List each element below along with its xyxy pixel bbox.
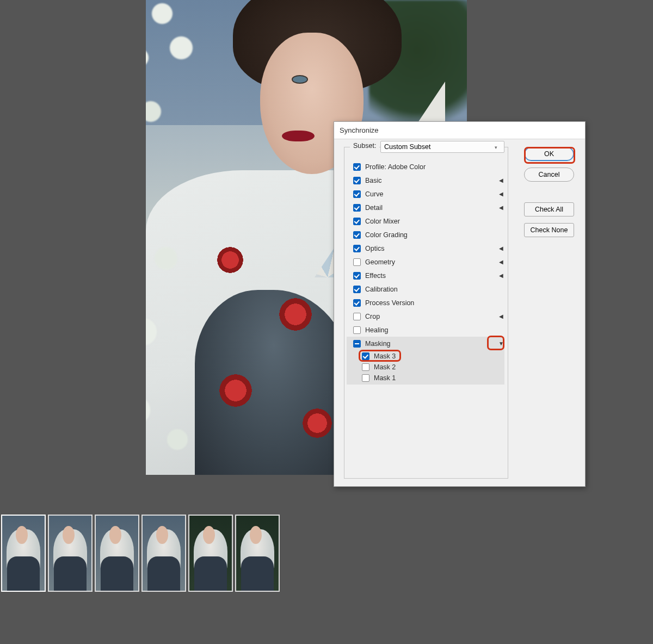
mask-option-mask 3[interactable]: Mask 3 [347,351,504,362]
check-all-button[interactable]: Check All [524,202,574,216]
checkbox-icon[interactable] [353,204,361,212]
sync-option-detail[interactable]: Detail◀ [350,201,504,214]
mask-label: Mask 1 [374,374,504,382]
checkbox-icon[interactable] [353,258,361,266]
dialog-title: Synchronize [334,122,585,139]
masking-children: Mask 3Mask 2Mask 1 [347,350,504,385]
sync-option-color-mixer[interactable]: Color Mixer [350,214,504,228]
sync-option-calibration[interactable]: Calibration [350,282,504,296]
subset-select[interactable]: Custom Subset [380,141,504,153]
checkbox-icon[interactable] [353,218,361,225]
sync-option-color-grading[interactable]: Color Grading [350,228,504,242]
sync-option-masking[interactable]: Masking▼ [350,337,504,350]
mask-option-mask 2[interactable]: Mask 2 [347,362,504,373]
option-label: Geometry [365,258,498,266]
checkbox-icon[interactable] [353,245,361,252]
expand-left-icon[interactable]: ◀ [498,177,504,183]
checkbox-icon[interactable] [353,272,361,280]
checkbox-icon[interactable] [353,340,361,348]
option-label: Detail [365,204,498,212]
filmstrip [0,513,653,595]
check-none-button[interactable]: Check None [524,223,574,237]
checkbox-icon[interactable] [353,231,361,239]
checkbox-icon[interactable] [362,363,369,371]
expand-left-icon[interactable]: ◀ [498,245,504,251]
checkbox-icon[interactable] [353,177,361,184]
sync-option-optics[interactable]: Optics◀ [350,242,504,255]
checkbox-icon[interactable] [353,326,361,334]
option-label: Calibration [365,286,504,293]
synchronize-dialog: Synchronize Subset: Custom Subset ▾ Prof… [334,121,586,487]
checkbox-icon[interactable] [362,374,369,382]
thumbnail-6[interactable] [235,515,280,592]
subset-label: Subset: [350,142,379,150]
thumbnail-4[interactable] [141,515,186,592]
ok-button[interactable]: OK [524,147,574,161]
checkbox-icon[interactable] [353,163,361,171]
collapse-down-icon[interactable]: ▼ [498,340,504,346]
option-label: Optics [365,245,498,252]
option-label: Masking [365,340,498,348]
option-label: Color Grading [365,231,504,239]
editor-canvas: Synchronize Subset: Custom Subset ▾ Prof… [0,0,653,513]
option-label: Curve [365,190,498,198]
mask-option-mask 1[interactable]: Mask 1 [347,373,504,383]
mask-label: Mask 3 [374,352,504,360]
sync-option-basic[interactable]: Basic◀ [350,174,504,187]
sync-option-crop[interactable]: Crop◀ [350,309,504,323]
sync-option-curve[interactable]: Curve◀ [350,187,504,201]
sync-option-process-version[interactable]: Process Version [350,296,504,309]
dialog-buttons: OK Cancel Check All Check None [524,147,576,244]
expand-left-icon[interactable]: ◀ [498,259,504,265]
option-label: Crop [365,313,498,320]
checkbox-icon[interactable] [353,313,361,320]
expand-left-icon[interactable]: ◀ [498,273,504,278]
option-label: Healing [365,326,504,334]
sync-options-list: Profile: Adobe ColorBasic◀Curve◀Detail◀C… [350,160,504,385]
option-label: Process Version [365,299,504,307]
expand-left-icon[interactable]: ◀ [498,313,504,319]
checkbox-icon[interactable] [353,190,361,198]
option-label: Effects [365,272,498,280]
checkbox-icon[interactable] [353,286,361,293]
expand-left-icon[interactable]: ◀ [498,191,504,197]
checkbox-icon[interactable] [362,352,369,360]
sync-option-effects[interactable]: Effects◀ [350,269,504,282]
sync-option-healing[interactable]: Healing [350,323,504,337]
option-label: Basic [365,177,498,184]
thumbnail-5[interactable] [188,515,233,592]
checkbox-icon[interactable] [353,299,361,307]
sync-option-geometry[interactable]: Geometry◀ [350,255,504,269]
subset-group: Subset: Custom Subset ▾ Profile: Adobe C… [344,147,508,479]
expand-left-icon[interactable]: ◀ [498,205,504,210]
option-label: Color Mixer [365,218,504,225]
thumbnail-1[interactable] [1,515,46,592]
thumbnail-2[interactable] [48,515,93,592]
thumbnail-3[interactable] [95,515,139,592]
sync-option-profile-adobe-color[interactable]: Profile: Adobe Color [350,160,504,174]
option-label: Profile: Adobe Color [365,163,504,171]
mask-label: Mask 2 [374,363,504,371]
cancel-button[interactable]: Cancel [524,168,574,182]
